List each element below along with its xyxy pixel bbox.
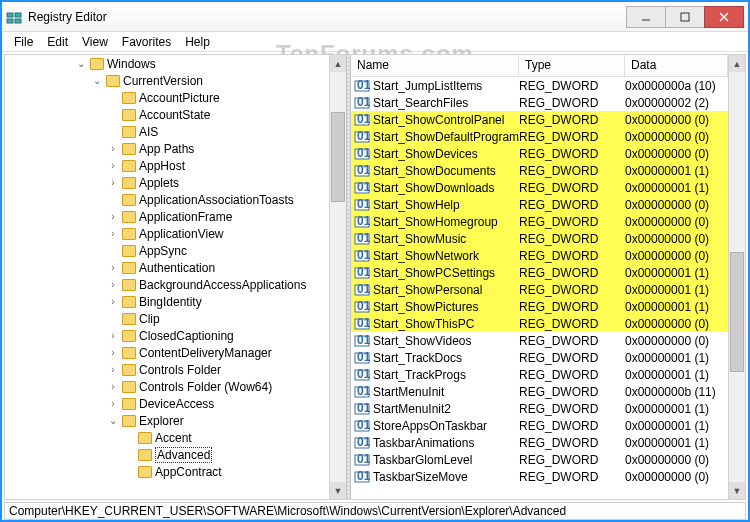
tree-item[interactable]: ›DeviceAccess [5,395,329,412]
svg-text:011: 011 [357,215,370,228]
tree-item[interactable]: Clip [5,310,329,327]
tree-item[interactable]: ›ApplicationView [5,225,329,242]
scroll-thumb[interactable] [730,252,744,372]
list-row[interactable]: 011Start_ShowPicturesREG_DWORD0x00000001… [351,298,728,315]
expand-icon[interactable]: › [107,331,119,341]
column-type[interactable]: Type [519,55,625,76]
list-row[interactable]: 011Start_ShowHelpREG_DWORD0x00000000 (0) [351,196,728,213]
scroll-down-icon[interactable]: ▼ [729,482,745,499]
folder-icon [106,75,120,87]
tree-scrollbar[interactable]: ▲ ▼ [329,55,346,499]
tree-item[interactable]: AppSync [5,242,329,259]
menu-file[interactable]: File [8,33,39,51]
maximize-button[interactable] [665,6,705,28]
tree-item[interactable]: ›Applets [5,174,329,191]
menu-help[interactable]: Help [179,33,216,51]
list-row[interactable]: 011Start_ShowControlPanelREG_DWORD0x0000… [351,111,728,128]
list-row[interactable]: 011StartMenuInit2REG_DWORD0x00000001 (1) [351,400,728,417]
tree-item[interactable]: AppContract [5,463,329,480]
tree-item[interactable]: ›BingIdentity [5,293,329,310]
list-row[interactable]: 011Start_SearchFilesREG_DWORD0x00000002 … [351,94,728,111]
tree-item[interactable]: Advanced [5,446,329,463]
list-row[interactable]: 011StartMenuInitREG_DWORD0x0000000b (11) [351,383,728,400]
tree-item[interactable]: Accent [5,429,329,446]
list-row[interactable]: 011Start_ShowDevicesREG_DWORD0x00000000 … [351,145,728,162]
list-row[interactable]: 011TaskbarAnimationsREG_DWORD0x00000001 … [351,434,728,451]
tree-item[interactable]: ›ContentDeliveryManager [5,344,329,361]
scroll-down-icon[interactable]: ▼ [330,482,346,499]
list-row[interactable]: 011Start_ShowDocumentsREG_DWORD0x0000000… [351,162,728,179]
list-row[interactable]: 011Start_ShowPersonalREG_DWORD0x00000001… [351,281,728,298]
scroll-up-icon[interactable]: ▲ [729,55,745,72]
list-row[interactable]: 011Start_TrackProgsREG_DWORD0x00000001 (… [351,366,728,383]
expand-icon[interactable]: › [107,144,119,154]
list-row[interactable]: 011TaskbarGlomLevelREG_DWORD0x00000000 (… [351,451,728,468]
expand-icon[interactable]: › [107,212,119,222]
menu-edit[interactable]: Edit [41,33,74,51]
tree-item[interactable]: ›Controls Folder [5,361,329,378]
expand-icon[interactable]: ⌄ [75,59,87,69]
list-row[interactable]: 011TaskbarSizeMoveREG_DWORD0x00000000 (0… [351,468,728,485]
tree-label: ApplicationAssociationToasts [139,193,294,207]
list-scrollbar[interactable]: ▲ ▼ [728,55,745,499]
folder-icon [122,262,136,274]
expand-icon[interactable]: › [107,297,119,307]
expand-icon[interactable]: › [107,399,119,409]
svg-text:011: 011 [357,113,370,126]
tree-item[interactable]: ⌄Windows [5,55,329,72]
expand-icon[interactable]: › [107,229,119,239]
list-row[interactable]: 011Start_ShowDefaultProgramsREG_DWORD0x0… [351,128,728,145]
titlebar[interactable]: Registry Editor [2,2,748,32]
dword-icon: 011 [354,164,370,178]
expand-icon[interactable]: › [107,161,119,171]
list-row[interactable]: 011Start_ShowThisPCREG_DWORD0x00000000 (… [351,315,728,332]
expand-icon[interactable]: › [107,263,119,273]
value-type: REG_DWORD [519,334,625,348]
scroll-thumb[interactable] [331,112,345,202]
tree-label: AppContract [155,465,222,479]
minimize-button[interactable] [626,6,666,28]
expand-icon[interactable]: › [107,280,119,290]
menu-view[interactable]: View [76,33,114,51]
expand-icon[interactable]: › [107,365,119,375]
list-row[interactable]: 011Start_ShowDownloadsREG_DWORD0x0000000… [351,179,728,196]
tree-item[interactable]: AccountState [5,106,329,123]
tree-item[interactable]: ›AppHost [5,157,329,174]
list-row[interactable]: 011StoreAppsOnTaskbarREG_DWORD0x00000001… [351,417,728,434]
list-row[interactable]: 011Start_TrackDocsREG_DWORD0x00000001 (1… [351,349,728,366]
list-row[interactable]: 011Start_ShowMusicREG_DWORD0x00000000 (0… [351,230,728,247]
expand-icon[interactable]: › [107,178,119,188]
tree-item[interactable]: ›App Paths [5,140,329,157]
tree-item[interactable]: ⌄Explorer [5,412,329,429]
expand-icon[interactable]: ⌄ [107,416,119,426]
tree-item[interactable]: ›Controls Folder (Wow64) [5,378,329,395]
list-row[interactable]: 011Start_ShowVideosREG_DWORD0x00000000 (… [351,332,728,349]
tree-view[interactable]: ⌄Windows⌄CurrentVersionAccountPictureAcc… [5,55,329,499]
tree-item[interactable]: ›BackgroundAccessApplications [5,276,329,293]
svg-text:011: 011 [357,385,370,398]
expand-icon[interactable]: › [107,348,119,358]
value-name: TaskbarSizeMove [373,470,519,484]
list-row[interactable]: 011Start_JumpListItemsREG_DWORD0x0000000… [351,77,728,94]
menu-favorites[interactable]: Favorites [116,33,177,51]
tree-item[interactable]: AccountPicture [5,89,329,106]
value-type: REG_DWORD [519,436,625,450]
tree-item[interactable]: ›Authentication [5,259,329,276]
close-button[interactable] [704,6,744,28]
expand-icon[interactable]: ⌄ [91,76,103,86]
list-row[interactable]: 011Start_ShowNetworkREG_DWORD0x00000000 … [351,247,728,264]
value-type: REG_DWORD [519,96,625,110]
column-name[interactable]: Name [351,55,519,76]
list-row[interactable]: 011Start_ShowPCSettingsREG_DWORD0x000000… [351,264,728,281]
tree-item[interactable]: ⌄CurrentVersion [5,72,329,89]
scroll-up-icon[interactable]: ▲ [330,55,346,72]
tree-item[interactable]: AIS [5,123,329,140]
tree-item[interactable]: ›ApplicationFrame [5,208,329,225]
tree-item[interactable]: ApplicationAssociationToasts [5,191,329,208]
list-row[interactable]: 011Start_ShowHomegroupREG_DWORD0x0000000… [351,213,728,230]
tree-item[interactable]: ›ClosedCaptioning [5,327,329,344]
expand-icon[interactable]: › [107,382,119,392]
value-data: 0x00000001 (1) [625,300,728,314]
column-data[interactable]: Data [625,55,728,76]
list-view[interactable]: Name Type Data 011Start_JumpListItemsREG… [351,55,728,499]
